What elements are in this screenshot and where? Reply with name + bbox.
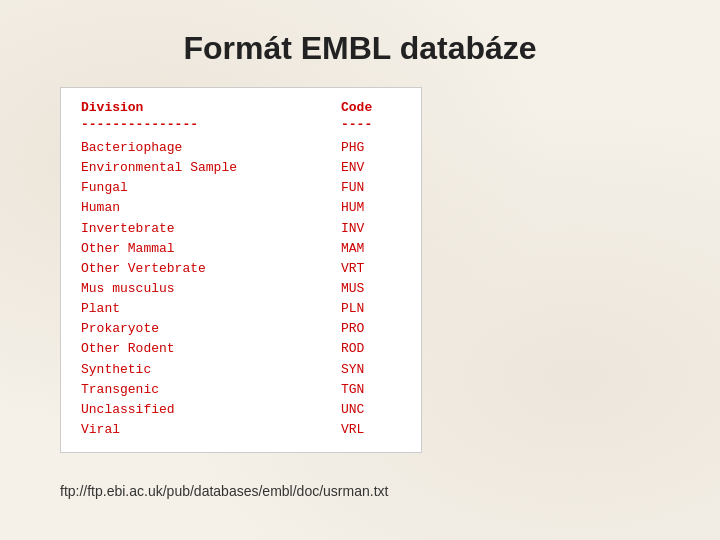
cell-division: Unclassified bbox=[81, 400, 341, 420]
cell-code: PLN bbox=[341, 299, 401, 319]
table-row: Environmental SampleENV bbox=[81, 158, 401, 178]
cell-code: VRL bbox=[341, 420, 401, 440]
cell-code: ENV bbox=[341, 158, 401, 178]
cell-code: VRT bbox=[341, 259, 401, 279]
cell-division: Other Vertebrate bbox=[81, 259, 341, 279]
cell-code: MAM bbox=[341, 239, 401, 259]
table-row: InvertebrateINV bbox=[81, 219, 401, 239]
table-row: Other MammalMAM bbox=[81, 239, 401, 259]
cell-division: Environmental Sample bbox=[81, 158, 341, 178]
cell-code: ROD bbox=[341, 339, 401, 359]
cell-division: Other Rodent bbox=[81, 339, 341, 359]
cell-division: Fungal bbox=[81, 178, 341, 198]
header-code: Code bbox=[341, 100, 401, 115]
cell-code: FUN bbox=[341, 178, 401, 198]
table-row: ProkaryotePRO bbox=[81, 319, 401, 339]
header-division: Division bbox=[81, 100, 281, 115]
table-row: UnclassifiedUNC bbox=[81, 400, 401, 420]
cell-division: Plant bbox=[81, 299, 341, 319]
cell-code: PHG bbox=[341, 138, 401, 158]
cell-code: PRO bbox=[341, 319, 401, 339]
table-body: BacteriophagePHGEnvironmental SampleENVF… bbox=[81, 138, 401, 440]
cell-code: TGN bbox=[341, 380, 401, 400]
cell-division: Other Mammal bbox=[81, 239, 341, 259]
cell-division: Invertebrate bbox=[81, 219, 341, 239]
table-row: BacteriophagePHG bbox=[81, 138, 401, 158]
table-row: HumanHUM bbox=[81, 198, 401, 218]
cell-division: Mus musculus bbox=[81, 279, 341, 299]
table-row: SyntheticSYN bbox=[81, 360, 401, 380]
table-row: TransgenicTGN bbox=[81, 380, 401, 400]
cell-division: Human bbox=[81, 198, 341, 218]
divider-division: --------------- bbox=[81, 117, 281, 132]
cell-division: Synthetic bbox=[81, 360, 341, 380]
divider-code: ---- bbox=[341, 117, 401, 132]
table-row: Mus musculusMUS bbox=[81, 279, 401, 299]
table-row: PlantPLN bbox=[81, 299, 401, 319]
cell-division: Prokaryote bbox=[81, 319, 341, 339]
table-row: ViralVRL bbox=[81, 420, 401, 440]
cell-division: Viral bbox=[81, 420, 341, 440]
page-title: Formát EMBL databáze bbox=[183, 30, 536, 67]
cell-code: HUM bbox=[341, 198, 401, 218]
cell-division: Bacteriophage bbox=[81, 138, 341, 158]
embl-table: Division Code --------------- ---- Bacte… bbox=[60, 87, 422, 453]
cell-code: INV bbox=[341, 219, 401, 239]
cell-code: MUS bbox=[341, 279, 401, 299]
table-row: Other VertebrateVRT bbox=[81, 259, 401, 279]
footer-link: ftp://ftp.ebi.ac.uk/pub/databases/embl/d… bbox=[60, 483, 388, 499]
cell-code: SYN bbox=[341, 360, 401, 380]
table-row: FungalFUN bbox=[81, 178, 401, 198]
cell-code: UNC bbox=[341, 400, 401, 420]
cell-division: Transgenic bbox=[81, 380, 341, 400]
table-row: Other RodentROD bbox=[81, 339, 401, 359]
